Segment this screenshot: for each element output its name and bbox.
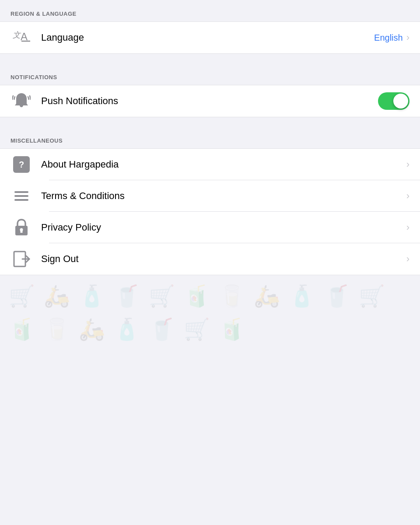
push-notifications-item[interactable]: Push Notifications — [0, 85, 420, 117]
terms-label: Terms & Conditions — [41, 190, 406, 202]
separator-1 — [0, 54, 420, 67]
section-header-misc: MISCELLANEOUS — [0, 130, 420, 148]
language-label: Language — [41, 32, 374, 43]
lines-icon — [10, 185, 32, 207]
lock-icon — [10, 217, 32, 238]
push-notifications-label: Push Notifications — [41, 95, 378, 107]
terms-chevron-icon: › — [406, 190, 410, 202]
question-icon: ? — [10, 154, 32, 175]
toggle-knob — [393, 94, 408, 108]
svg-text:文: 文 — [13, 31, 21, 39]
section-header-notifications: NOTIFICATIONS — [0, 67, 420, 85]
language-chevron-icon: › — [406, 32, 410, 43]
privacy-policy-item[interactable]: Privacy Policy › — [0, 212, 420, 243]
push-notifications-toggle[interactable] — [378, 92, 410, 110]
language-setting-item[interactable]: 文 A Language English › — [0, 22, 420, 53]
about-chevron-icon: › — [406, 159, 410, 170]
language-icon: 文 A — [10, 27, 32, 49]
signout-icon — [10, 248, 32, 270]
terms-conditions-item[interactable]: Terms & Conditions › — [0, 180, 420, 212]
about-hargapedia-item[interactable]: ? About Hargapedia › — [0, 149, 420, 180]
sign-out-item[interactable]: Sign Out › — [0, 243, 420, 275]
separator-2 — [0, 117, 420, 130]
privacy-chevron-icon: › — [406, 222, 410, 233]
bell-icon — [10, 90, 32, 112]
privacy-label: Privacy Policy — [41, 222, 406, 233]
signout-chevron-icon: › — [406, 253, 410, 265]
bottom-decoration: 🛒🛵🧴🥤🛒🧃 🥛🛵🧴🥤🛒🧃 🥛🛵🧴🥤🛒🧃 — [0, 275, 420, 350]
about-label: About Hargapedia — [41, 159, 406, 170]
svg-rect-5 — [21, 230, 23, 233]
signout-label: Sign Out — [41, 253, 406, 265]
language-value: English — [374, 33, 403, 43]
section-header-region-language: REGION & LANGUAGE — [0, 4, 420, 21]
